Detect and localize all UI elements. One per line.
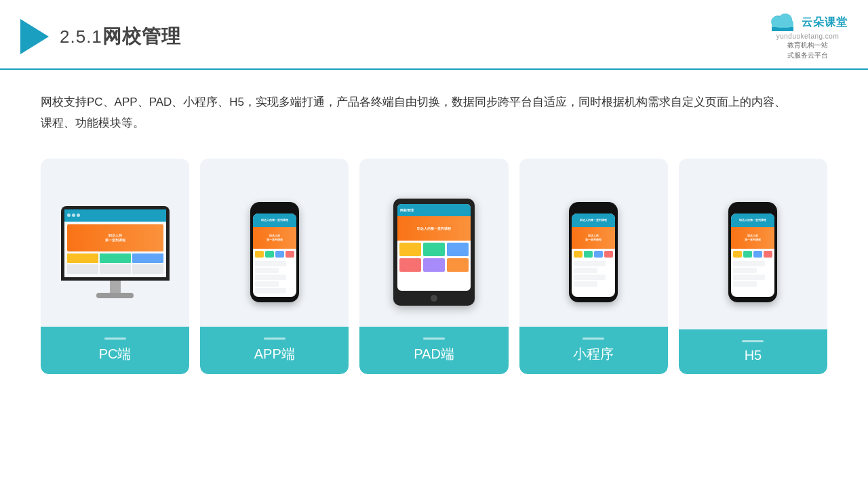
pad-image-area: 网校管理 职达人的第一堂判课程 <box>368 178 500 327</box>
brand-url: yunduoketang.com <box>776 33 840 40</box>
app-phone-mockup: 职达人的第一堂判课程 职达人的第一堂判课程 <box>250 202 299 302</box>
miniprogram-phone-screen: 职达人的第一堂判课程 职达人的第一堂判课程 <box>572 214 615 297</box>
monitor: 职达人的第一堂判课程 <box>61 206 170 281</box>
content: 网校支持PC、APP、PAD、小程序、H5，实现多端打通，产品各终端自由切换，数… <box>0 70 868 388</box>
logo-triangle-icon <box>20 19 49 54</box>
pad-home-btn <box>431 295 437 302</box>
card-pc-label: PC端 <box>41 327 189 374</box>
phone-notch-mini <box>586 207 601 211</box>
brand-tagline: 教育机构一站式服务云平台 <box>787 40 828 60</box>
h5-phone-mockup: 职达人的第一堂判课程 职达人的第一堂判课程 <box>728 202 777 302</box>
brand-name-text: 云朵课堂 <box>802 16 848 30</box>
pc-image-area: 职达人的第一堂判课程 <box>49 178 181 327</box>
h5-image-area: 职达人的第一堂判课程 职达人的第一堂判课程 <box>687 178 819 327</box>
app-phone-screen: 职达人的第一堂判课程 职达人的第一堂判课程 <box>253 214 296 297</box>
card-miniprogram-label: 小程序 <box>519 327 668 374</box>
card-pc: 职达人的第一堂判课程 <box>41 159 189 374</box>
brand-cloud: 云朵课堂 <box>768 12 848 33</box>
phone-notch <box>267 207 282 211</box>
title-prefix: 2.5.1 <box>60 26 102 47</box>
pad-mockup: 网校管理 职达人的第一堂判课程 <box>393 199 475 306</box>
card-h5: 职达人的第一堂判课程 职达人的第一堂判课程 <box>679 159 827 374</box>
brand-logo: 云朵课堂 yunduoketang.com 教育机构一站式服务云平台 <box>768 12 848 60</box>
card-app-label: APP端 <box>200 327 349 374</box>
h5-phone-screen: 职达人的第一堂判课程 职达人的第一堂判课程 <box>731 214 774 297</box>
miniprogram-phone-mockup: 职达人的第一堂判课程 职达人的第一堂判课程 <box>569 202 618 302</box>
title-main: 网校管理 <box>102 26 181 47</box>
card-app: 职达人的第一堂判课程 职达人的第一堂判课程 <box>200 159 349 374</box>
page-title: 2.5.1网校管理 <box>60 24 181 49</box>
miniprogram-image-area: 职达人的第一堂判课程 职达人的第一堂判课程 <box>528 178 660 327</box>
card-pad-label: PAD端 <box>359 327 508 374</box>
monitor-stand <box>110 281 121 293</box>
description-text: 网校支持PC、APP、PAD、小程序、H5，实现多端打通，产品各终端自由切换，数… <box>41 92 787 134</box>
pad-screen: 网校管理 职达人的第一堂判课程 <box>397 204 471 291</box>
cards-row: 职达人的第一堂判课程 <box>41 159 827 374</box>
header: 2.5.1网校管理 云朵课堂 yunduoketang.com 教育机构一站式服… <box>0 0 868 70</box>
card-miniprogram: 职达人的第一堂判课程 职达人的第一堂判课程 <box>519 159 668 374</box>
monitor-screen: 职达人的第一堂判课程 <box>64 209 166 277</box>
card-h5-label: H5 <box>679 329 827 374</box>
header-left: 2.5.1网校管理 <box>20 19 181 54</box>
card-pad: 网校管理 职达人的第一堂判课程 PAD端 <box>359 159 508 374</box>
app-image-area: 职达人的第一堂判课程 职达人的第一堂判课程 <box>208 178 340 327</box>
pc-mockup: 职达人的第一堂判课程 <box>61 206 170 298</box>
monitor-base <box>96 293 134 298</box>
cloud-icon <box>768 12 797 33</box>
phone-notch-h5 <box>745 207 760 211</box>
svg-rect-9 <box>772 23 793 27</box>
